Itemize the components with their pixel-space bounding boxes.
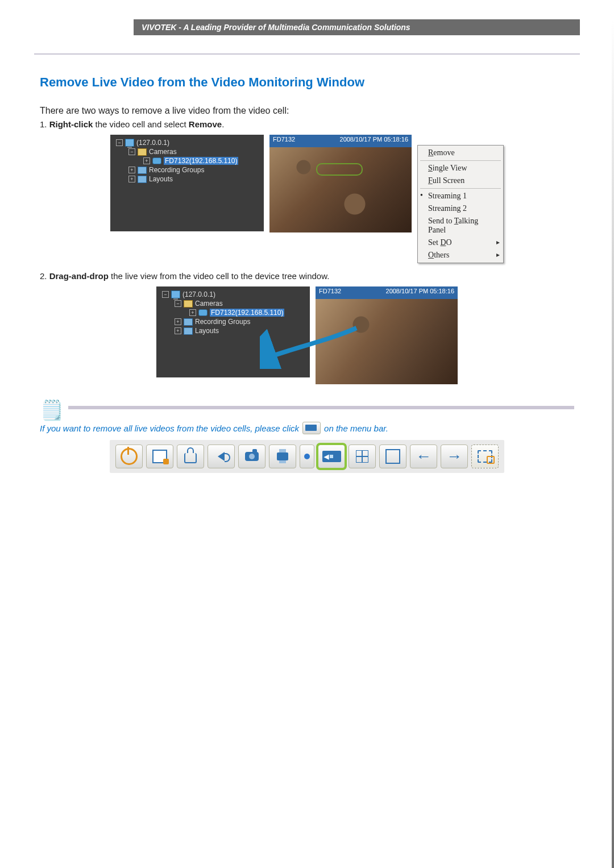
toolbar: ◀ ← → <box>110 440 504 473</box>
lock-icon <box>184 453 197 463</box>
toolbar-fullscreen-button[interactable] <box>379 445 406 468</box>
expand-icon: + <box>189 309 196 316</box>
record-dot-icon <box>304 454 310 459</box>
tree-layouts: Layouts <box>195 327 219 335</box>
step-2: 2. Drag-and-drop the live view from the … <box>40 271 574 281</box>
video-cell: FD71322008/10/17 PM 05:18:16 <box>316 286 458 384</box>
menu-separator <box>420 160 501 161</box>
folder-icon <box>184 318 193 326</box>
tree-cameras-label: Cameras <box>149 148 177 156</box>
folder-icon <box>138 176 147 183</box>
note-bar <box>68 406 574 409</box>
tip-line: If you want to remove all live videos fr… <box>40 422 574 434</box>
page-edge-gradient <box>612 19 614 868</box>
menu-separator <box>420 188 501 189</box>
tree-layouts: Layouts <box>149 175 173 183</box>
toolbar-record-dot-button[interactable] <box>300 445 314 468</box>
context-menu: Remove Single View Full Screen Streaming… <box>417 145 504 263</box>
tree-camera-item: FD7132(192.168.5.110) <box>210 309 284 317</box>
arrow-left-icon: ← <box>416 448 432 464</box>
toolbar-device-config-button[interactable] <box>471 445 499 468</box>
video-timestamp: 2008/10/17 PM 05:18:16 <box>340 136 408 146</box>
folder-icon <box>184 327 193 335</box>
video-cell: FD71322008/10/17 PM 05:18:16 <box>269 135 412 232</box>
collapse-icon: − <box>116 139 123 146</box>
toolbar-print-button[interactable] <box>269 445 296 468</box>
note-divider: 🗒️ <box>40 398 574 417</box>
computer-icon <box>125 139 134 147</box>
tip-before-text: If you want to remove all live videos fr… <box>40 423 299 433</box>
section-title: Remove Live Video from the Video Monitor… <box>40 75 574 90</box>
expand-icon: + <box>175 318 181 325</box>
collapse-icon: − <box>128 148 135 155</box>
header: VIVOTEK - A Leading Provider of Multimed… <box>0 19 614 53</box>
figure-1: −(127.0.0.1) −Cameras +FD7132(192.168.5.… <box>110 135 504 263</box>
menu-item-streaming-1[interactable]: Streaming 1 <box>418 190 503 202</box>
toolbar-remove-all-button[interactable]: ◀ <box>318 445 345 468</box>
toolbar-power-button[interactable] <box>115 445 143 468</box>
video-thumbnail <box>269 147 412 232</box>
folder-icon <box>184 300 193 308</box>
toolbar-lock-button[interactable] <box>177 445 204 468</box>
expand-icon: + <box>143 157 150 164</box>
menu-item-others[interactable]: Others <box>418 249 503 261</box>
step-1: 1. Right-click the video cell and select… <box>40 119 574 129</box>
tree-cameras-label: Cameras <box>195 300 223 308</box>
grid-layout-icon <box>356 450 368 463</box>
folder-icon <box>138 167 147 174</box>
remove-all-videos-icon: ◀ <box>322 451 341 462</box>
menu-item-send-to-talking-panel[interactable]: Send to Talking Panel <box>418 215 503 236</box>
remove-highlight <box>316 163 363 176</box>
toolbar-recording-button[interactable] <box>146 445 173 468</box>
recording-icon <box>152 450 167 463</box>
toolbar-layout-button[interactable] <box>349 445 376 468</box>
power-icon <box>121 448 138 465</box>
lead-text: There are two ways to remove a live vide… <box>40 106 574 116</box>
menu-item-remove[interactable]: Remove <box>418 147 503 159</box>
expand-icon: + <box>128 176 135 182</box>
printer-icon <box>277 452 288 460</box>
header-brand-text: VIVOTEK - A Leading Provider of Multimed… <box>142 23 410 32</box>
toolbar-figure: ◀ ← → <box>40 440 574 473</box>
camera-icon <box>152 157 161 164</box>
video-thumbnail <box>316 299 458 384</box>
menu-item-single-view[interactable]: Single View <box>418 162 503 175</box>
toolbar-snapshot-button[interactable] <box>238 445 265 468</box>
device-tree-panel: −(127.0.0.1) −Cameras +FD7132(192.168.5.… <box>156 286 310 377</box>
tree-recording-groups: Recording Groups <box>195 318 250 326</box>
camera-icon <box>198 309 208 316</box>
fullscreen-icon <box>385 449 400 464</box>
toolbar-audio-button[interactable] <box>208 445 235 468</box>
menu-item-streaming-2[interactable]: Streaming 2 <box>418 202 503 215</box>
video-camera-name: FD7132 <box>319 288 341 298</box>
video-camera-name: FD7132 <box>273 136 295 146</box>
header-bar: VIVOTEK - A Leading Provider of Multimed… <box>134 19 580 35</box>
tree-root-label: (127.0.0.1) <box>182 290 215 298</box>
figure-2: −(127.0.0.1) −Cameras +FD7132(192.168.5.… <box>156 286 458 384</box>
speaker-icon <box>218 452 225 461</box>
arrow-right-icon: → <box>446 448 462 464</box>
toolbar-next-button[interactable]: → <box>441 445 468 468</box>
tree-recording-groups: Recording Groups <box>149 166 204 174</box>
tree-camera-item: FD7132(192.168.5.110) <box>164 157 238 165</box>
folder-icon <box>138 148 147 156</box>
tree-root-label: (127.0.0.1) <box>136 139 169 147</box>
device-tree-panel: −(127.0.0.1) −Cameras +FD7132(192.168.5.… <box>110 135 264 231</box>
video-timestamp: 2008/10/17 PM 05:18:16 <box>386 288 454 298</box>
camera-icon <box>245 452 259 461</box>
computer-icon <box>171 290 180 298</box>
remove-all-icon <box>302 422 321 434</box>
menu-item-full-screen[interactable]: Full Screen <box>418 175 503 187</box>
expand-icon: + <box>128 167 135 173</box>
note-icon: 🗒️ <box>40 400 64 420</box>
device-config-icon <box>478 450 492 463</box>
collapse-icon: − <box>162 291 169 298</box>
toolbar-prev-button[interactable]: ← <box>410 445 437 468</box>
collapse-icon: − <box>175 300 181 307</box>
tip-after-text: on the menu bar. <box>324 423 388 433</box>
expand-icon: + <box>175 327 181 334</box>
menu-item-set-do[interactable]: Set DO <box>418 236 503 249</box>
